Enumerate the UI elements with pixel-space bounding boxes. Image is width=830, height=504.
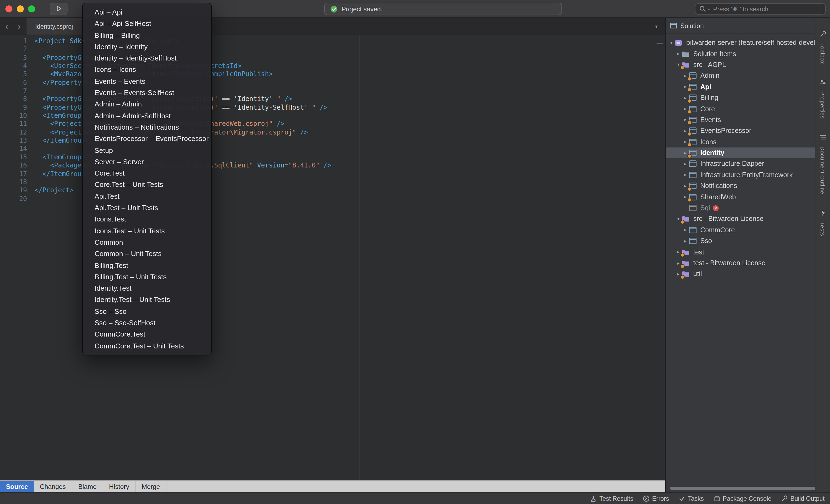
line-number: 13 (0, 137, 27, 145)
editor-scrollbar[interactable] (657, 43, 663, 44)
nuget-badge (687, 154, 692, 158)
navigate-forward-icon[interactable]: › (13, 21, 26, 31)
chevron-expanded-icon[interactable]: ▾ (668, 40, 675, 45)
status-message-pill: Project saved. (324, 3, 562, 15)
tab-source[interactable]: Source (0, 481, 34, 492)
project-icon (689, 105, 697, 112)
tree-row-sso[interactable]: ▸Sso (666, 236, 830, 246)
tree-row-infrastructure-dapper[interactable]: ▸Infrastructure.Dapper (666, 159, 830, 170)
tree-row-solution-items[interactable]: ▸Solution Items (666, 48, 830, 59)
run-config-menu-item-admin-admin[interactable]: Admin – Admin (83, 99, 211, 110)
tab-merge[interactable]: Merge (136, 481, 166, 492)
run-config-menu-item-commcore-test[interactable]: CommCore.Test (83, 329, 211, 340)
solution-pad: Solution ✕ ▾bitwarden-server (feature/se… (666, 18, 830, 492)
run-config-menu-item-icons-icons[interactable]: Icons – Icons (83, 64, 211, 76)
tree-row-infrastructure-entityframework[interactable]: ▸Infrastructure.EntityFramework (666, 169, 830, 180)
status-item-package-console[interactable]: Package Console (713, 495, 771, 502)
chevron-collapsed-icon[interactable]: ▸ (682, 238, 689, 243)
run-config-menu-item-core-test[interactable]: Core.Test (83, 167, 211, 179)
nuget-badge (680, 220, 684, 224)
status-item-tasks[interactable]: Tasks (679, 495, 704, 502)
nuget-badge (680, 264, 684, 268)
sidebar-tab-label: Tests (820, 222, 826, 236)
run-config-menu-item-sso-sso[interactable]: Sso – Sso (83, 305, 211, 317)
sidebar-tab-document-outline[interactable]: Document Outline (820, 133, 826, 195)
status-item-label: Package Console (723, 495, 771, 502)
line-number-gutter: 1234567891011121314151617181920 (0, 37, 27, 203)
run-config-menu-item-billing-test-unit-tests[interactable]: Billing.Test – Unit Tests (83, 271, 211, 283)
run-button[interactable] (50, 3, 68, 15)
status-item-test-results[interactable]: Test Results (590, 495, 633, 502)
run-config-menu-item-setup[interactable]: Setup (83, 144, 211, 156)
run-config-menu-item-billing-billing[interactable]: Billing – Billing (83, 29, 211, 41)
sidebar-tab-toolbox[interactable]: Toolbox (820, 30, 826, 64)
navigate-back-icon[interactable]: ‹ (0, 21, 13, 31)
run-config-menu-item-identity-test-unit-tests[interactable]: Identity.Test – Unit Tests (83, 294, 211, 306)
code-token: "8.41.0" (288, 162, 320, 169)
chevron-collapsed-icon[interactable]: ▸ (675, 51, 682, 56)
run-config-menu-item-api-api-selfhost[interactable]: Api – Api-SelfHost (83, 18, 211, 30)
run-config-menu-item-icons-test[interactable]: Icons.Test (83, 214, 211, 225)
search-input[interactable]: ⌄ Press '⌘.' to search (695, 3, 826, 14)
project-icon (689, 161, 697, 167)
run-config-menu-item-commcore-test-unit-tests[interactable]: CommCore.Test – Unit Tests (83, 340, 211, 352)
run-config-menu-item-icons-test-unit-tests[interactable]: Icons.Test – Unit Tests (83, 225, 211, 237)
run-config-menu-item-common-unit-tests[interactable]: Common – Unit Tests (83, 248, 211, 260)
tree-row-notifications[interactable]: ▸Notifications (666, 180, 830, 192)
run-config-menu-item-identity-test[interactable]: Identity.Test (83, 282, 211, 294)
run-config-menu-item-events-events-selfhost[interactable]: Events – Events-SelfHost (83, 87, 211, 99)
tree-row-src-bitwarden-license[interactable]: ▾src - Bitwarden License (666, 214, 830, 225)
tree-row-test-bitwarden-license[interactable]: ▸test - Bitwarden License (666, 258, 830, 269)
tree-row-icons[interactable]: ▸Icons (666, 136, 830, 147)
tree-row-test[interactable]: ▸test (666, 246, 830, 258)
tab-list-dropdown-icon[interactable]: ▾ (655, 24, 658, 29)
chevron-collapsed-icon[interactable]: ▸ (682, 228, 689, 233)
sidebar-tab-properties[interactable]: Properties (820, 78, 826, 119)
tree-row-commcore[interactable]: ▸CommCore (666, 225, 830, 236)
code-token: 'Identity' (234, 95, 273, 103)
code-token: </Project> (35, 187, 74, 194)
sidebar-tab-tests[interactable]: Tests (820, 208, 826, 236)
tab-changes[interactable]: Changes (34, 481, 72, 492)
run-config-menu-item-common[interactable]: Common (83, 237, 211, 248)
tree-row-core[interactable]: ▸Core (666, 103, 830, 114)
run-config-menu-item-billing-test[interactable]: Billing.Test (83, 260, 211, 271)
tree-label: Events (700, 116, 721, 124)
run-config-menu-item-notifications-notifications[interactable]: Notifications – Notifications (83, 122, 211, 133)
tab-history[interactable]: History (103, 481, 136, 492)
run-config-menu-item-core-test-unit-tests[interactable]: Core.Test – Unit Tests (83, 179, 211, 191)
tree-row-identity[interactable]: ▸Identity (666, 147, 830, 159)
close-window-button[interactable] (5, 5, 12, 12)
tab-blame[interactable]: Blame (72, 481, 103, 492)
run-config-menu-item-identity-identity-selfhost[interactable]: Identity – Identity-SelfHost (83, 53, 211, 64)
tree-row-sharedweb[interactable]: ▸SharedWeb (666, 192, 830, 203)
tree-row-events[interactable]: ▸Events (666, 114, 830, 125)
zoom-window-button[interactable] (28, 5, 35, 12)
tree-row-bitwarden-server-feature-self-hosted-development[interactable]: ▾bitwarden-server (feature/self-hosted-d… (666, 37, 830, 48)
line-number: 5 (0, 70, 27, 79)
status-item-label: Test Results (599, 495, 633, 502)
run-config-menu-item-api-test[interactable]: Api.Test (83, 191, 211, 202)
status-item-errors[interactable]: Errors (643, 495, 669, 502)
tree-row-billing[interactable]: ▸Billing (666, 92, 830, 103)
tree-row-util[interactable]: ▸util (666, 268, 830, 279)
minimize-window-button[interactable] (17, 5, 24, 12)
status-item-build-output[interactable]: Build Output (781, 495, 825, 502)
tree-row-api[interactable]: ▸Api (666, 81, 830, 92)
tree-row-src-agpl[interactable]: ▾src - AGPL (666, 59, 830, 70)
run-config-menu-item-server-server[interactable]: Server – Server (83, 156, 211, 168)
solution-pad-horizontal-scrollbar[interactable] (670, 487, 830, 490)
run-config-menu-item-identity-identity[interactable]: Identity – Identity (83, 41, 211, 53)
run-config-menu-item-api-api[interactable]: Api – Api (83, 6, 211, 18)
tree-row-sql[interactable]: Sql✕ (666, 203, 830, 214)
run-config-menu-item-sso-sso-selfhost[interactable]: Sso – Sso-SelfHost (83, 317, 211, 329)
run-config-menu-item-api-test-unit-tests[interactable]: Api.Test – Unit Tests (83, 202, 211, 214)
run-config-menu-item-admin-admin-selfhost[interactable]: Admin – Admin-SelfHost (83, 110, 211, 122)
chevron-collapsed-icon[interactable]: ▸ (682, 173, 689, 177)
chevron-collapsed-icon[interactable]: ▸ (682, 162, 689, 166)
editor-tab-identity-csproj[interactable]: Identity.csproj (26, 18, 82, 35)
run-config-menu-item-eventsprocessor-eventsprocessor[interactable]: EventsProcessor – EventsProcessor (83, 133, 211, 145)
run-config-menu-item-events-events[interactable]: Events – Events (83, 76, 211, 87)
tree-row-admin[interactable]: ▸Admin (666, 70, 830, 81)
tree-row-eventsprocessor[interactable]: ▸EventsProcessor (666, 125, 830, 136)
